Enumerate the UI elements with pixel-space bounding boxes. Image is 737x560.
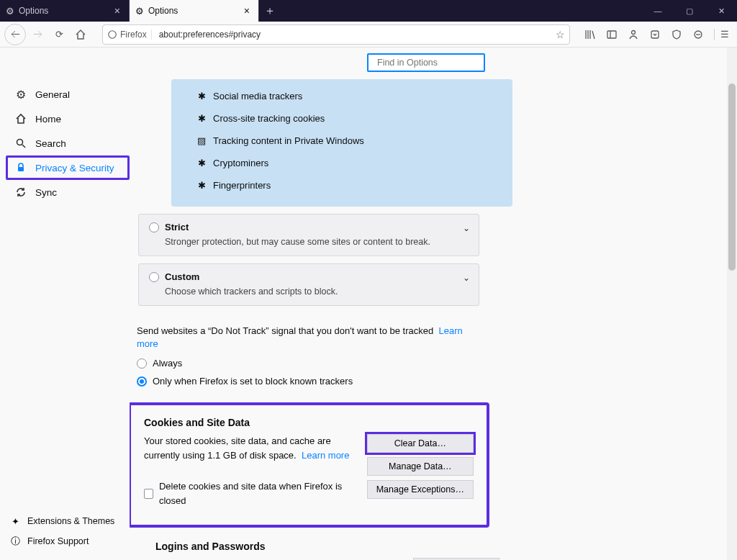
puzzle-icon: ✦: [9, 516, 22, 527]
clear-data-button[interactable]: Clear Data…: [367, 434, 474, 453]
chevron-down-icon[interactable]: ⌄: [463, 273, 470, 283]
identity-box[interactable]: Firefox: [107, 30, 152, 40]
shield-icon[interactable]: [671, 29, 682, 40]
sidebar-item-privacy[interactable]: Privacy & Security: [6, 155, 130, 180]
window-controls: — ▢ ✕: [642, 0, 737, 22]
sidebar-icon[interactable]: [606, 29, 618, 40]
svg-line-8: [22, 145, 25, 148]
manage-data-button[interactable]: Manage Data…: [367, 457, 474, 476]
tracker-item: ▨Tracking content in Private Windows: [196, 130, 512, 152]
reload-button[interactable]: ⟳: [49, 24, 69, 45]
sidebar-item-sync[interactable]: Sync: [6, 180, 130, 204]
identity-label: Firefox: [120, 30, 147, 40]
tab-label: Options: [19, 6, 112, 16]
radio-custom[interactable]: [149, 272, 159, 282]
cryptominer-icon: ✱: [196, 158, 207, 168]
sidebar-item-label: Home: [35, 114, 61, 125]
radio-label: Always: [153, 358, 182, 369]
maximize-button[interactable]: ▢: [674, 0, 705, 22]
gear-icon: ⚙: [6, 6, 14, 17]
sidebar-item-label: Firefox Support: [27, 536, 89, 546]
sidebar-item-search[interactable]: Search: [6, 131, 130, 155]
radio-always[interactable]: [137, 358, 147, 369]
home-button[interactable]: [71, 24, 91, 45]
tracker-label: Tracking content in Private Windows: [213, 135, 364, 146]
sync-icon: [14, 186, 28, 198]
standard-protection-panel: ✱Social media trackers ✱Cross-site track…: [171, 79, 512, 207]
scrollbar-thumb[interactable]: [728, 83, 736, 271]
svg-point-0: [109, 30, 117, 38]
svg-rect-1: [607, 31, 616, 38]
sidebar-item-home[interactable]: Home: [6, 107, 130, 131]
find-input[interactable]: [377, 58, 490, 68]
dnt-text: Send websites a “Do Not Track” signal th…: [137, 325, 433, 336]
url-bar[interactable]: Firefox about:preferences#privacy ☆: [102, 24, 570, 45]
sidebar-item-label: Search: [35, 138, 66, 149]
tracker-item: ✱Cross-site tracking cookies: [196, 107, 512, 130]
sidebar-item-general[interactable]: ⚙ General: [6, 82, 130, 107]
tracker-label: Social media trackers: [213, 91, 302, 101]
search-icon: [14, 137, 28, 149]
home-icon: [75, 29, 86, 40]
svg-rect-4: [651, 31, 659, 38]
pocket-icon[interactable]: [649, 29, 661, 40]
close-tab-icon[interactable]: ×: [112, 5, 123, 17]
dnt-always-row[interactable]: Always: [137, 358, 481, 369]
close-tab-icon[interactable]: ×: [241, 5, 253, 17]
learn-more-link[interactable]: Learn more: [302, 450, 349, 461]
sidebar-support[interactable]: ⓘ Firefox Support: [6, 531, 117, 551]
sidebar-item-label: General: [35, 89, 70, 100]
titlebar: ⚙ Options × ⚙ Options × ＋ — ▢ ✕: [0, 0, 737, 22]
dnt-only-row[interactable]: Only when Firefox is set to block known …: [137, 376, 481, 387]
gear-icon: ⚙: [135, 6, 144, 17]
checkbox-delete-on-close[interactable]: [144, 489, 153, 499]
address-text: about:preferences#privacy: [159, 30, 551, 40]
close-window-button[interactable]: ✕: [705, 0, 737, 22]
bookmark-star-icon[interactable]: ☆: [556, 29, 565, 40]
help-icon: ⓘ: [9, 536, 22, 548]
radio-only-blocking[interactable]: [137, 376, 147, 387]
tracker-item: ✱Fingerprinters: [196, 174, 512, 197]
minimize-button[interactable]: —: [642, 0, 674, 22]
browser-tab[interactable]: ⚙ Options ×: [0, 0, 130, 22]
account-icon[interactable]: [628, 29, 639, 40]
tracker-item: ✱Cryptominers: [196, 152, 512, 174]
manage-exceptions-button[interactable]: Manage Exceptions…: [367, 480, 474, 499]
find-in-options[interactable]: [367, 53, 485, 72]
home-icon: [14, 113, 28, 125]
tracker-label: Fingerprinters: [213, 180, 271, 191]
svg-rect-9: [18, 167, 24, 171]
new-tab-button[interactable]: ＋: [259, 0, 281, 22]
protection-custom-card[interactable]: Custom Choose which trackers and scripts…: [138, 263, 479, 306]
back-button[interactable]: 🡠: [4, 24, 26, 45]
scrollbar[interactable]: [727, 48, 737, 560]
social-icon: ✱: [196, 91, 207, 101]
forward-button[interactable]: 🡢: [27, 24, 48, 45]
radio-label: Only when Firefox is set to block known …: [153, 376, 353, 387]
svg-point-7: [17, 140, 23, 145]
browser-tab-active[interactable]: ⚙ Options ×: [130, 0, 259, 22]
radio-strict[interactable]: [149, 222, 159, 232]
lock-icon: [14, 162, 28, 173]
card-desc: Stronger protection, but may cause some …: [165, 237, 469, 247]
logins-section: Logins and Passwords Ask to save logins …: [155, 541, 499, 560]
chevron-down-icon[interactable]: ⌄: [463, 223, 470, 233]
firefox-icon: [107, 30, 117, 40]
sidebar-extensions[interactable]: ✦ Extensions & Themes: [6, 511, 117, 531]
dnt-section: Send websites a “Do Not Track” signal th…: [137, 325, 481, 387]
menu-icon[interactable]: ☰: [714, 29, 725, 40]
sidebar-item-label: Privacy & Security: [35, 163, 114, 173]
sidebar-item-label: Extensions & Themes: [27, 516, 114, 526]
library-icon[interactable]: [584, 29, 596, 40]
protections-icon[interactable]: [692, 29, 704, 40]
section-title: Logins and Passwords: [155, 541, 499, 552]
tracking-content-icon: ▨: [196, 135, 207, 146]
checkbox-label: Delete cookies and site data when Firefo…: [159, 479, 353, 507]
cookie-icon: ✱: [196, 113, 207, 124]
delete-cookies-row[interactable]: Delete cookies and site data when Firefo…: [144, 479, 353, 507]
tracker-item: ✱Social media trackers: [196, 85, 512, 107]
cookies-section: Cookies and Site Data Your stored cookie…: [130, 402, 489, 528]
protection-strict-card[interactable]: Strict Stronger protection, but may caus…: [138, 214, 479, 256]
card-title: Strict: [165, 222, 189, 232]
navbar: 🡠 🡢 ⟳ Firefox about:preferences#privacy …: [0, 22, 737, 48]
